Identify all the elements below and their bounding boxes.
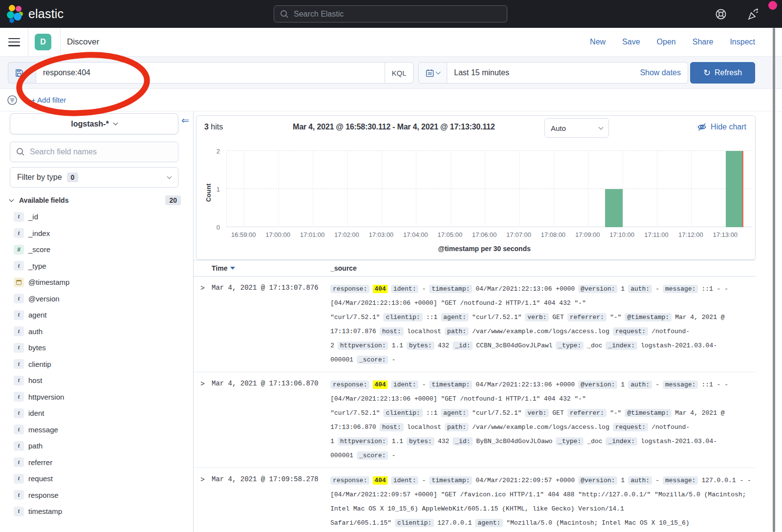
field-search-input[interactable] (30, 148, 162, 156)
save-query-icon (15, 69, 23, 77)
expand-row-icon[interactable]: > (194, 282, 212, 367)
field-item-path[interactable]: tpath (0, 438, 194, 454)
field-name-pill: verb: (525, 313, 549, 321)
query-bar: KQL (8, 62, 413, 84)
help-icon[interactable] (715, 8, 727, 21)
field-search[interactable] (10, 142, 178, 162)
discover-app-badge[interactable]: D (35, 34, 51, 50)
field-name-pill: _type: (556, 341, 584, 350)
expand-row-icon[interactable]: > (194, 378, 212, 463)
field-item-auth[interactable]: tauth (0, 323, 194, 340)
filter-icon[interactable] (7, 95, 18, 106)
index-pattern-select[interactable]: logstash-* (10, 113, 178, 134)
field-name: ident (28, 409, 44, 417)
field-item-request[interactable]: trequest (0, 470, 194, 487)
field-item-score[interactable]: #_score (0, 241, 194, 258)
field-item-message[interactable]: tmessage (0, 422, 194, 438)
x-tick-label: 17:13:00 (713, 231, 738, 238)
field-item-response[interactable]: tresponse (0, 487, 194, 504)
chevron-down-icon (113, 121, 118, 126)
field-value: "-" (610, 409, 621, 417)
inspect-button[interactable]: Inspect (730, 38, 755, 46)
available-fields-header[interactable]: Available fields 20 (10, 195, 181, 205)
histogram-bar[interactable] (726, 151, 743, 227)
field-item-index[interactable]: t_index (0, 225, 194, 242)
time-column-header[interactable]: Time (212, 264, 330, 272)
field-value: CCBN_3cB04dGovJLPawl (476, 342, 552, 349)
query-language-button[interactable]: KQL (385, 62, 413, 84)
x-tick-label: 16:59:00 (231, 231, 256, 238)
field-value: 1.1 (391, 342, 403, 349)
field-name-pill: auth: (628, 476, 652, 485)
field-item-timestamp[interactable]: ttimestamp (0, 503, 194, 520)
x-tick-label: 17:11:00 (644, 231, 669, 238)
histogram-bar[interactable] (605, 189, 622, 227)
field-value: "curl/7.52.1" (472, 314, 521, 321)
x-axis-ticks: 16:59:0017:00:0017:01:0017:02:0017:03:00… (226, 231, 742, 240)
open-button[interactable]: Open (657, 38, 676, 46)
field-item-clientip[interactable]: tclientip (0, 356, 194, 373)
saved-query-menu-button[interactable] (8, 62, 36, 84)
elastic-logo[interactable]: elastic (7, 5, 64, 23)
doc-timestamp: Mar 4, 2021 @ 17:13:06.870 (212, 378, 330, 463)
field-name: _type (28, 262, 46, 270)
histogram-plot[interactable] (226, 151, 752, 227)
divider (60, 28, 61, 57)
field-item-timestamp[interactable]: @timestamp (0, 274, 194, 291)
add-filter-button[interactable]: + Add filter (31, 96, 66, 104)
x-tick-label: 17:10:00 (609, 231, 634, 238)
field-item-version[interactable]: t@version (0, 291, 194, 307)
available-fields-label: Available fields (19, 196, 68, 204)
field-item-host[interactable]: thost (0, 372, 194, 389)
refresh-button[interactable]: ↻ Refresh (690, 62, 755, 84)
global-search[interactable] (274, 5, 507, 22)
hide-chart-button[interactable]: Hide chart (697, 122, 746, 132)
field-name-pill: _index: (606, 341, 637, 350)
filter-by-type-select[interactable]: Filter by type 0 (10, 167, 178, 188)
doc-table-header: Time _source (194, 260, 756, 277)
chevron-down-icon (599, 125, 604, 129)
field-value: - (655, 285, 659, 293)
new-button[interactable]: New (590, 38, 606, 46)
query-bar-row: KQL Last 15 minutes Show dates ↻ Refresh (0, 57, 782, 89)
news-party-popper-icon[interactable] (747, 8, 760, 21)
expand-row-icon[interactable]: > (194, 473, 212, 532)
global-search-input[interactable] (294, 10, 489, 19)
index-pattern-label: logstash-* (71, 120, 109, 128)
chevron-down-icon (25, 69, 30, 74)
field-item-bytes[interactable]: tbytes (0, 340, 194, 356)
field-item-referrer[interactable]: treferrer (0, 454, 194, 471)
time-range-value[interactable]: Last 15 minutes (454, 68, 509, 77)
field-name: _index (28, 229, 50, 237)
string-type-icon: t (14, 310, 24, 320)
vertical-scrollbar[interactable] (773, 28, 775, 532)
date-quick-select-button[interactable] (419, 63, 447, 83)
collapse-sidebar-icon[interactable]: ⇐ (181, 115, 189, 126)
share-button[interactable]: Share (693, 38, 714, 46)
string-type-icon: t (14, 425, 24, 434)
highlighted-value: 404 (373, 285, 387, 293)
refresh-icon: ↻ (703, 67, 711, 78)
interval-select[interactable]: Auto (544, 118, 609, 138)
field-item-type[interactable]: t_type (0, 258, 194, 275)
search-icon (16, 148, 25, 156)
menu-hamburger-icon[interactable] (8, 38, 20, 46)
query-input[interactable] (36, 68, 385, 77)
field-item-id[interactable]: t_id (0, 209, 194, 225)
field-name-pill: ident: (391, 285, 419, 293)
x-tick-label: 17:00:00 (265, 231, 290, 238)
field-value: /var/www/example.com/logs/access.log (472, 424, 609, 431)
vertical-gridline (313, 151, 313, 227)
field-name: _score (28, 245, 50, 254)
field-item-agent[interactable]: tagent (0, 307, 194, 323)
field-item-ident[interactable]: tident (0, 405, 194, 422)
field-value: localhost (407, 328, 441, 335)
field-name-pill: message: (663, 285, 698, 293)
field-item-httpversion[interactable]: thttpversion (0, 389, 194, 405)
save-button[interactable]: Save (622, 38, 640, 46)
string-type-icon: t (14, 408, 24, 418)
chevron-down-icon (436, 69, 441, 74)
show-dates-button[interactable]: Show dates (640, 68, 681, 77)
field-name-pill: @version: (578, 285, 617, 293)
string-type-icon: t (14, 359, 24, 369)
